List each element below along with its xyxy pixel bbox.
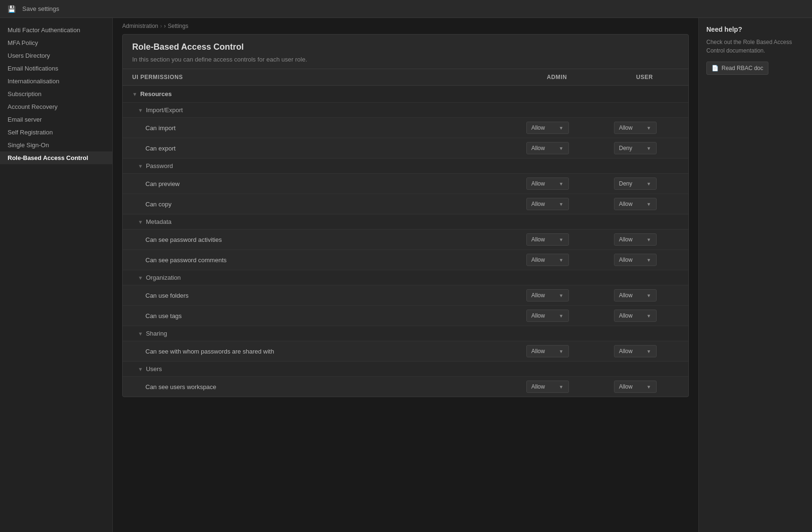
row-can-import-user-cell: Allow ▼ bbox=[591, 122, 679, 134]
col-ui-permissions: UI Permissions bbox=[123, 69, 513, 85]
row-can-preview-admin-cell: Allow ▼ bbox=[504, 177, 591, 190]
sidebar-item-single-sign-on[interactable]: Single Sign-On bbox=[0, 139, 112, 151]
sidebar-item-mfa-policy[interactable]: MFA Policy bbox=[0, 36, 112, 49]
can-preview-user-dropdown[interactable]: Deny ▼ bbox=[614, 177, 657, 190]
can-copy-user-dropdown[interactable]: Allow ▼ bbox=[614, 198, 657, 210]
row-see-activities: Can see password activities Allow ▼ Allo… bbox=[123, 230, 688, 250]
row-see-activities-label: Can see password activities bbox=[132, 236, 504, 243]
sidebar-item-self-registration[interactable]: Self Registration bbox=[0, 126, 112, 139]
save-settings-button[interactable]: Save settings bbox=[19, 4, 62, 13]
row-can-export-admin-cell: Allow ▼ bbox=[504, 142, 591, 154]
row-use-folders-user-cell: Allow ▼ bbox=[591, 289, 679, 301]
see-shared-user-dropdown[interactable]: Allow ▼ bbox=[614, 345, 657, 357]
main-content: Administration › › Settings Role-Based A… bbox=[113, 18, 698, 532]
row-can-import: Can import Allow ▼ Allow ▼ bbox=[123, 118, 688, 138]
chevron-down-icon: ▼ bbox=[647, 146, 651, 151]
row-see-shared-label: Can see with whom passwords are shared w… bbox=[132, 348, 504, 355]
chevron-down-icon: ▼ bbox=[559, 237, 564, 242]
row-can-export: Can export Allow ▼ Deny ▼ bbox=[123, 138, 688, 159]
row-see-activities-admin-cell: Allow ▼ bbox=[504, 233, 591, 246]
top-bar: 💾 Save settings bbox=[0, 0, 812, 18]
sidebar-item-account-recovery[interactable]: Account Recovery bbox=[0, 100, 112, 113]
row-see-comments-admin-cell: Allow ▼ bbox=[504, 254, 591, 266]
row-can-preview-user-cell: Deny ▼ bbox=[591, 177, 679, 190]
sidebar: Multi Factor Authentication MFA Policy U… bbox=[0, 18, 113, 532]
row-see-comments: Can see password comments Allow ▼ Allow … bbox=[123, 250, 688, 270]
can-export-user-dropdown[interactable]: Deny ▼ bbox=[614, 142, 657, 154]
breadcrumb-sep2: › bbox=[164, 23, 166, 29]
use-folders-user-dropdown[interactable]: Allow ▼ bbox=[614, 289, 657, 301]
see-comments-admin-dropdown[interactable]: Allow ▼ bbox=[526, 254, 569, 266]
col-user: User bbox=[601, 69, 688, 85]
subsection-password[interactable]: ▼ Password bbox=[123, 159, 688, 174]
row-use-tags-admin-cell: Allow ▼ bbox=[504, 310, 591, 322]
chevron-down-icon: ▼ bbox=[647, 237, 651, 242]
see-activities-admin-dropdown[interactable]: Allow ▼ bbox=[526, 233, 569, 246]
row-use-tags: Can use tags Allow ▼ Allow ▼ bbox=[123, 306, 688, 326]
can-import-admin-dropdown[interactable]: Allow ▼ bbox=[526, 122, 569, 134]
chevron-down-icon: ▼ bbox=[647, 125, 651, 131]
use-folders-admin-dropdown[interactable]: Allow ▼ bbox=[526, 289, 569, 301]
chevron-down-icon: ▼ bbox=[647, 293, 651, 298]
row-use-tags-user-cell: Allow ▼ bbox=[591, 310, 679, 322]
chevron-down-icon: ▼ bbox=[138, 275, 143, 281]
subsection-organization[interactable]: ▼ Organization bbox=[123, 270, 688, 285]
section-resources[interactable]: ▼ Resources bbox=[123, 86, 688, 103]
see-workspace-admin-dropdown[interactable]: Allow ▼ bbox=[526, 381, 569, 393]
subsection-sharing[interactable]: ▼ Sharing bbox=[123, 326, 688, 341]
sidebar-item-subscription[interactable]: Subscription bbox=[0, 88, 112, 100]
chevron-down-icon: ▼ bbox=[559, 146, 564, 151]
row-see-workspace-label: Can see users workspace bbox=[132, 383, 504, 390]
see-workspace-user-dropdown[interactable]: Allow ▼ bbox=[614, 381, 657, 393]
subsection-users[interactable]: ▼ Users bbox=[123, 362, 688, 377]
sidebar-item-mfa[interactable]: Multi Factor Authentication bbox=[0, 24, 112, 36]
chevron-down-icon: ▼ bbox=[559, 125, 564, 131]
row-see-workspace-user-cell: Allow ▼ bbox=[591, 381, 679, 393]
row-use-folders-label: Can use folders bbox=[132, 292, 504, 299]
chevron-down-icon: ▼ bbox=[138, 366, 143, 372]
read-rbac-doc-button[interactable]: 📄 Read RBAC doc bbox=[706, 62, 768, 75]
row-can-import-label: Can import bbox=[132, 124, 504, 132]
see-activities-user-dropdown[interactable]: Allow ▼ bbox=[614, 233, 657, 246]
row-can-export-user-cell: Deny ▼ bbox=[591, 142, 679, 154]
help-btn-label: Read RBAC doc bbox=[722, 65, 763, 71]
breadcrumb-admin: Administration bbox=[122, 23, 158, 29]
chevron-down-icon: ▼ bbox=[138, 163, 143, 169]
use-tags-admin-dropdown[interactable]: Allow ▼ bbox=[526, 310, 569, 322]
chevron-down-icon: ▼ bbox=[559, 202, 564, 207]
help-title: Need help? bbox=[706, 26, 804, 33]
chevron-down-icon: ▼ bbox=[559, 181, 564, 186]
can-export-admin-dropdown[interactable]: Allow ▼ bbox=[526, 142, 569, 154]
use-tags-user-dropdown[interactable]: Allow ▼ bbox=[614, 310, 657, 322]
subsection-metadata[interactable]: ▼ Metadata bbox=[123, 214, 688, 230]
sidebar-item-email-notifications[interactable]: Email Notifications bbox=[0, 62, 112, 75]
row-see-shared: Can see with whom passwords are shared w… bbox=[123, 341, 688, 362]
table-header: UI Permissions Admin User bbox=[123, 69, 688, 86]
row-use-folders: Can use folders Allow ▼ Allow ▼ bbox=[123, 285, 688, 306]
sidebar-item-users-directory[interactable]: Users Directory bbox=[0, 49, 112, 62]
page-title: Role-Based Access Control bbox=[132, 42, 679, 52]
document-icon: 📄 bbox=[712, 65, 719, 71]
col-admin: Admin bbox=[513, 69, 601, 85]
subsection-password-label: Password bbox=[146, 162, 173, 169]
chevron-down-icon: ▼ bbox=[559, 349, 564, 354]
subsection-import-export-label: Import/Export bbox=[146, 106, 183, 114]
row-use-tags-label: Can use tags bbox=[132, 312, 504, 319]
can-copy-admin-dropdown[interactable]: Allow ▼ bbox=[526, 198, 569, 210]
subsection-import-export[interactable]: ▼ Import/Export bbox=[123, 103, 688, 118]
sidebar-item-email-server[interactable]: Email server bbox=[0, 113, 112, 126]
content-area: Administration › › Settings Role-Based A… bbox=[113, 18, 812, 532]
subsection-sharing-label: Sharing bbox=[146, 330, 167, 337]
sidebar-item-rbac[interactable]: Role-Based Access Control bbox=[0, 151, 112, 164]
permissions-table: UI Permissions Admin User ▼ Resources ▼ … bbox=[123, 69, 688, 397]
breadcrumb-settings: Settings bbox=[168, 23, 188, 29]
sidebar-item-internationalisation[interactable]: Internationalisation bbox=[0, 75, 112, 88]
breadcrumb-sep1: › bbox=[160, 23, 162, 29]
row-can-export-label: Can export bbox=[132, 145, 504, 152]
see-comments-user-dropdown[interactable]: Allow ▼ bbox=[614, 254, 657, 266]
panel-header: Role-Based Access Control In this sectio… bbox=[123, 35, 688, 69]
can-preview-admin-dropdown[interactable]: Allow ▼ bbox=[526, 177, 569, 190]
chevron-down-icon: ▼ bbox=[647, 257, 651, 263]
can-import-user-dropdown[interactable]: Allow ▼ bbox=[614, 122, 657, 134]
see-shared-admin-dropdown[interactable]: Allow ▼ bbox=[526, 345, 569, 357]
